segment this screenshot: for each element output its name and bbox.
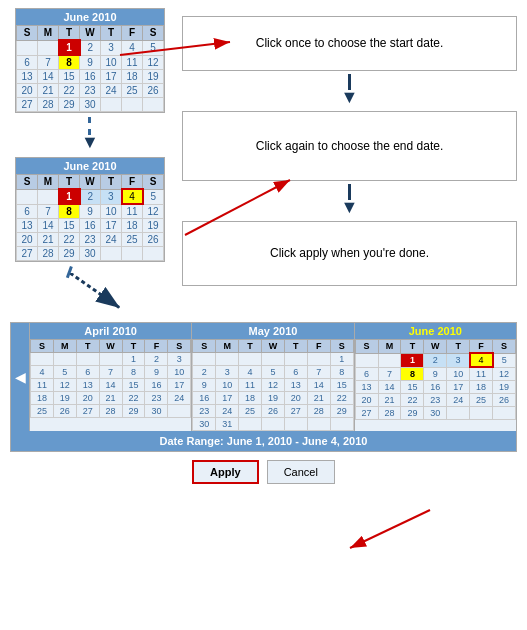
cal-day-empty[interactable]: [284, 418, 307, 431]
cal-day-empty[interactable]: [330, 418, 353, 431]
cal-day-4[interactable]: 4: [470, 353, 493, 367]
cal-day-6[interactable]: 6: [76, 366, 99, 379]
cal-day-empty[interactable]: [122, 247, 143, 261]
cal-day-2[interactable]: 2: [145, 353, 168, 366]
cal-day-6[interactable]: 6: [17, 55, 38, 70]
cal-day-10[interactable]: 10: [101, 204, 122, 219]
cal-day-5[interactable]: 5: [493, 353, 516, 367]
cal-day-14[interactable]: 14: [38, 70, 59, 84]
cal-day-17[interactable]: 17: [216, 392, 239, 405]
cal-day-17[interactable]: 17: [447, 381, 470, 394]
cal-day-24[interactable]: 24: [216, 405, 239, 418]
cal-day-27[interactable]: 27: [284, 405, 307, 418]
cal-day-5[interactable]: 5: [143, 40, 164, 55]
cal-day-28[interactable]: 28: [99, 405, 122, 418]
cal-day[interactable]: [239, 353, 262, 366]
cal-day-27[interactable]: 27: [76, 405, 99, 418]
cal-day-12[interactable]: 12: [262, 379, 285, 392]
cal-day[interactable]: [38, 189, 59, 204]
cal-day[interactable]: [355, 353, 378, 367]
cal-day-22[interactable]: 22: [59, 84, 80, 98]
cal-day-31[interactable]: 31: [216, 418, 239, 431]
cal-day-2[interactable]: 2: [80, 189, 101, 204]
cal-day-11[interactable]: 11: [31, 379, 54, 392]
cal-day[interactable]: [378, 353, 401, 367]
cal-day[interactable]: [76, 353, 99, 366]
cal-day[interactable]: [307, 353, 330, 366]
cal-day-19[interactable]: 19: [53, 392, 76, 405]
cal-day-30[interactable]: 30: [80, 98, 101, 112]
cal-day-22[interactable]: 22: [330, 392, 353, 405]
mid-mini-calendar[interactable]: June 2010 S M T W T F S 1 2 3 4: [15, 157, 165, 262]
cal-day-5[interactable]: 5: [262, 366, 285, 379]
cal-day-15[interactable]: 15: [122, 379, 145, 392]
cal-day-empty[interactable]: [143, 98, 164, 112]
cal-day-20[interactable]: 20: [284, 392, 307, 405]
cal-day-2[interactable]: 2: [80, 40, 101, 55]
cal-day-16[interactable]: 16: [145, 379, 168, 392]
cal-day-9[interactable]: 9: [80, 204, 101, 219]
cal-day-8[interactable]: 8: [59, 204, 80, 219]
cal-day-10[interactable]: 10: [168, 366, 191, 379]
cal-day-8[interactable]: 8: [59, 55, 80, 70]
cal-day-17[interactable]: 17: [101, 219, 122, 233]
cal-day-12[interactable]: 12: [143, 204, 164, 219]
cal-day-20[interactable]: 20: [76, 392, 99, 405]
cal-day-empty[interactable]: [101, 247, 122, 261]
june-calendar[interactable]: June 2010 SMTWTFS 1 2 3 4 5: [354, 323, 516, 431]
top-mini-calendar[interactable]: June 2010 S M T W T F S 1 2 3 4: [15, 8, 165, 113]
cal-day-3[interactable]: 3: [216, 366, 239, 379]
cal-day-25[interactable]: 25: [122, 233, 143, 247]
cal-day-empty[interactable]: [239, 418, 262, 431]
cal-day-19[interactable]: 19: [262, 392, 285, 405]
cal-day-8[interactable]: 8: [330, 366, 353, 379]
cal-day-27[interactable]: 27: [17, 247, 38, 261]
cal-day-9[interactable]: 9: [145, 366, 168, 379]
cal-day[interactable]: [38, 40, 59, 55]
cal-day-30[interactable]: 30: [424, 407, 447, 420]
cal-day-24[interactable]: 24: [101, 84, 122, 98]
cal-day-22[interactable]: 22: [59, 233, 80, 247]
cal-day-27[interactable]: 27: [17, 98, 38, 112]
cal-day-14[interactable]: 14: [307, 379, 330, 392]
cal-day-6[interactable]: 6: [284, 366, 307, 379]
cal-day-25[interactable]: 25: [122, 84, 143, 98]
cal-day-1[interactable]: 1: [401, 353, 424, 367]
cal-day-9[interactable]: 9: [80, 55, 101, 70]
cal-day-21[interactable]: 21: [307, 392, 330, 405]
cal-day-29[interactable]: 29: [401, 407, 424, 420]
cal-day-9[interactable]: 9: [424, 367, 447, 381]
cal-day-8[interactable]: 8: [401, 367, 424, 381]
cal-day-29[interactable]: 29: [59, 98, 80, 112]
cal-day-11[interactable]: 11: [122, 204, 143, 219]
cal-day-18[interactable]: 18: [122, 70, 143, 84]
cal-day-3[interactable]: 3: [101, 40, 122, 55]
cal-day-2[interactable]: 2: [424, 353, 447, 367]
cal-day-3[interactable]: 3: [168, 353, 191, 366]
cal-day-13[interactable]: 13: [17, 219, 38, 233]
cal-day-7[interactable]: 7: [378, 367, 401, 381]
cal-day-7[interactable]: 7: [307, 366, 330, 379]
cal-day-17[interactable]: 17: [101, 70, 122, 84]
cal-day-6[interactable]: 6: [17, 204, 38, 219]
cal-day-4[interactable]: 4: [239, 366, 262, 379]
cal-day-28[interactable]: 28: [38, 247, 59, 261]
cal-day-8[interactable]: 8: [122, 366, 145, 379]
cal-day-15[interactable]: 15: [59, 219, 80, 233]
cal-day-10[interactable]: 10: [101, 55, 122, 70]
cal-day-1[interactable]: 1: [59, 189, 80, 204]
cal-day-16[interactable]: 16: [80, 70, 101, 84]
cal-day-12[interactable]: 12: [493, 367, 516, 381]
cal-day-4[interactable]: 4: [122, 189, 143, 204]
cal-day-11[interactable]: 11: [470, 367, 493, 381]
cal-day-11[interactable]: 11: [239, 379, 262, 392]
cal-day[interactable]: [193, 353, 216, 366]
cal-day-6[interactable]: 6: [355, 367, 378, 381]
cal-day-24[interactable]: 24: [447, 394, 470, 407]
cal-day-18[interactable]: 18: [470, 381, 493, 394]
cal-day-21[interactable]: 21: [38, 233, 59, 247]
cal-day-15[interactable]: 15: [59, 70, 80, 84]
cal-day[interactable]: [31, 353, 54, 366]
cal-day-1[interactable]: 1: [122, 353, 145, 366]
cal-day-5[interactable]: 5: [143, 189, 164, 204]
